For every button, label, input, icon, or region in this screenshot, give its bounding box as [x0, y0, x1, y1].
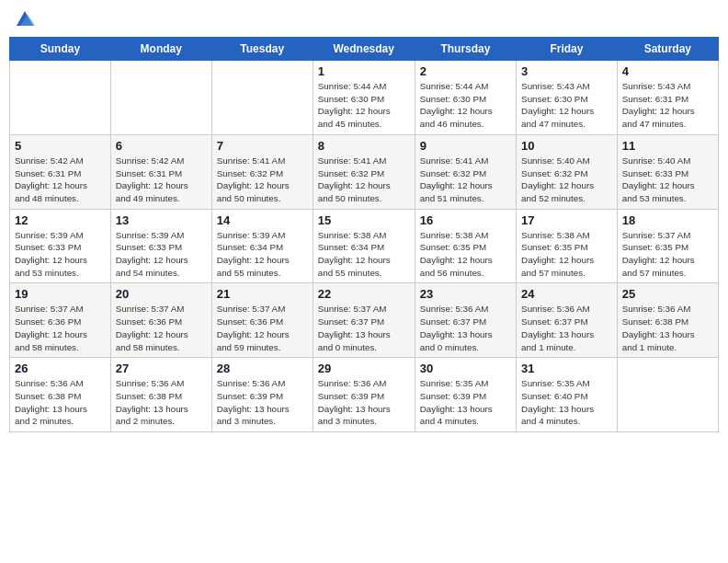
- calendar-cell: 29Sunrise: 5:36 AMSunset: 6:39 PMDayligh…: [313, 358, 415, 432]
- calendar-cell: 9Sunrise: 5:41 AMSunset: 6:32 PMDaylight…: [415, 134, 516, 209]
- calendar-cell: 17Sunrise: 5:38 AMSunset: 6:35 PMDayligh…: [517, 209, 618, 283]
- calendar-cell: 7Sunrise: 5:41 AMSunset: 6:32 PMDaylight…: [211, 134, 313, 209]
- calendar-table: SundayMondayTuesdayWednesdayThursdayFrid…: [9, 37, 719, 432]
- cell-daylight-info: Sunrise: 5:36 AMSunset: 6:38 PMDaylight:…: [116, 377, 207, 428]
- calendar-cell: 11Sunrise: 5:40 AMSunset: 6:33 PMDayligh…: [617, 134, 718, 209]
- cell-date-number: 8: [318, 139, 410, 153]
- weekday-header-thursday: Thursday: [415, 38, 516, 61]
- calendar-cell: 21Sunrise: 5:37 AMSunset: 6:36 PMDayligh…: [211, 283, 313, 358]
- calendar-cell: 28Sunrise: 5:36 AMSunset: 6:39 PMDayligh…: [211, 358, 313, 432]
- cell-daylight-info: Sunrise: 5:38 AMSunset: 6:34 PMDaylight:…: [318, 229, 410, 280]
- cell-date-number: 10: [521, 139, 612, 153]
- calendar-week-row: 19Sunrise: 5:37 AMSunset: 6:36 PMDayligh…: [10, 283, 719, 358]
- calendar-cell: 26Sunrise: 5:36 AMSunset: 6:38 PMDayligh…: [10, 358, 111, 432]
- cell-date-number: 31: [521, 362, 612, 375]
- logo: [13, 9, 35, 29]
- cell-date-number: 11: [622, 139, 713, 153]
- cell-date-number: 21: [217, 287, 308, 301]
- cell-daylight-info: Sunrise: 5:43 AMSunset: 6:30 PMDaylight:…: [521, 80, 612, 131]
- calendar-cell: 1Sunrise: 5:44 AMSunset: 6:30 PMDaylight…: [313, 61, 415, 135]
- weekday-header-row: SundayMondayTuesdayWednesdayThursdayFrid…: [10, 38, 719, 61]
- cell-daylight-info: Sunrise: 5:40 AMSunset: 6:33 PMDaylight:…: [622, 155, 713, 205]
- calendar-cell: 22Sunrise: 5:37 AMSunset: 6:37 PMDayligh…: [313, 283, 415, 358]
- calendar-week-row: 1Sunrise: 5:44 AMSunset: 6:30 PMDaylight…: [10, 61, 719, 135]
- cell-date-number: 17: [521, 213, 612, 227]
- calendar-cell: 15Sunrise: 5:38 AMSunset: 6:34 PMDayligh…: [313, 209, 415, 283]
- calendar-cell: 10Sunrise: 5:40 AMSunset: 6:32 PMDayligh…: [517, 134, 618, 209]
- cell-daylight-info: Sunrise: 5:41 AMSunset: 6:32 PMDaylight:…: [318, 155, 410, 205]
- cell-date-number: 2: [420, 64, 511, 78]
- calendar-cell: 19Sunrise: 5:37 AMSunset: 6:36 PMDayligh…: [10, 283, 111, 358]
- cell-daylight-info: Sunrise: 5:41 AMSunset: 6:32 PMDaylight:…: [420, 155, 511, 205]
- calendar-week-row: 12Sunrise: 5:39 AMSunset: 6:33 PMDayligh…: [10, 209, 719, 283]
- cell-date-number: 6: [116, 139, 207, 153]
- cell-date-number: 15: [318, 213, 410, 227]
- page-header: [9, 9, 719, 29]
- cell-daylight-info: Sunrise: 5:38 AMSunset: 6:35 PMDaylight:…: [521, 229, 612, 280]
- weekday-header-tuesday: Tuesday: [211, 38, 313, 61]
- cell-date-number: 23: [420, 287, 511, 301]
- calendar-cell: 20Sunrise: 5:37 AMSunset: 6:36 PMDayligh…: [110, 283, 211, 358]
- calendar-week-row: 5Sunrise: 5:42 AMSunset: 6:31 PMDaylight…: [10, 134, 719, 209]
- cell-date-number: 19: [15, 287, 106, 301]
- cell-date-number: 18: [622, 213, 713, 227]
- cell-date-number: 20: [116, 287, 207, 301]
- cell-date-number: 25: [622, 287, 713, 301]
- calendar-cell: 8Sunrise: 5:41 AMSunset: 6:32 PMDaylight…: [313, 134, 415, 209]
- calendar-cell: 14Sunrise: 5:39 AMSunset: 6:34 PMDayligh…: [211, 209, 313, 283]
- cell-daylight-info: Sunrise: 5:40 AMSunset: 6:32 PMDaylight:…: [521, 155, 612, 205]
- cell-daylight-info: Sunrise: 5:37 AMSunset: 6:37 PMDaylight:…: [318, 303, 410, 353]
- calendar-cell: [110, 61, 211, 135]
- cell-daylight-info: Sunrise: 5:37 AMSunset: 6:36 PMDaylight:…: [217, 303, 308, 353]
- cell-date-number: 27: [116, 362, 207, 375]
- weekday-header-saturday: Saturday: [617, 38, 718, 61]
- cell-daylight-info: Sunrise: 5:39 AMSunset: 6:34 PMDaylight:…: [217, 229, 308, 280]
- cell-date-number: 4: [622, 64, 713, 78]
- cell-date-number: 29: [318, 362, 410, 375]
- cell-date-number: 16: [420, 213, 511, 227]
- cell-date-number: 28: [217, 362, 308, 375]
- calendar-week-row: 26Sunrise: 5:36 AMSunset: 6:38 PMDayligh…: [10, 358, 719, 432]
- calendar-cell: 12Sunrise: 5:39 AMSunset: 6:33 PMDayligh…: [10, 209, 111, 283]
- calendar-cell: 31Sunrise: 5:35 AMSunset: 6:40 PMDayligh…: [517, 358, 618, 432]
- calendar-cell: 25Sunrise: 5:36 AMSunset: 6:38 PMDayligh…: [617, 283, 718, 358]
- calendar-cell: 24Sunrise: 5:36 AMSunset: 6:37 PMDayligh…: [517, 283, 618, 358]
- cell-daylight-info: Sunrise: 5:39 AMSunset: 6:33 PMDaylight:…: [116, 229, 207, 280]
- cell-date-number: 13: [116, 213, 207, 227]
- calendar-cell: 30Sunrise: 5:35 AMSunset: 6:39 PMDayligh…: [415, 358, 516, 432]
- cell-date-number: 9: [420, 139, 511, 153]
- cell-daylight-info: Sunrise: 5:37 AMSunset: 6:35 PMDaylight:…: [622, 229, 713, 280]
- cell-date-number: 12: [15, 213, 106, 227]
- cell-daylight-info: Sunrise: 5:36 AMSunset: 6:38 PMDaylight:…: [15, 377, 106, 428]
- cell-date-number: 1: [318, 64, 410, 78]
- cell-daylight-info: Sunrise: 5:44 AMSunset: 6:30 PMDaylight:…: [420, 80, 511, 131]
- cell-daylight-info: Sunrise: 5:37 AMSunset: 6:36 PMDaylight:…: [116, 303, 207, 353]
- cell-date-number: 14: [217, 213, 308, 227]
- cell-date-number: 3: [521, 64, 612, 78]
- cell-daylight-info: Sunrise: 5:37 AMSunset: 6:36 PMDaylight:…: [15, 303, 106, 353]
- weekday-header-wednesday: Wednesday: [313, 38, 415, 61]
- calendar-cell: 18Sunrise: 5:37 AMSunset: 6:35 PMDayligh…: [617, 209, 718, 283]
- calendar-cell: 16Sunrise: 5:38 AMSunset: 6:35 PMDayligh…: [415, 209, 516, 283]
- cell-daylight-info: Sunrise: 5:35 AMSunset: 6:40 PMDaylight:…: [521, 377, 612, 428]
- cell-date-number: 30: [420, 362, 511, 375]
- cell-daylight-info: Sunrise: 5:36 AMSunset: 6:39 PMDaylight:…: [217, 377, 308, 428]
- cell-daylight-info: Sunrise: 5:35 AMSunset: 6:39 PMDaylight:…: [420, 377, 511, 428]
- calendar-cell: 5Sunrise: 5:42 AMSunset: 6:31 PMDaylight…: [10, 134, 111, 209]
- calendar-cell: 27Sunrise: 5:36 AMSunset: 6:38 PMDayligh…: [110, 358, 211, 432]
- cell-daylight-info: Sunrise: 5:36 AMSunset: 6:37 PMDaylight:…: [420, 303, 511, 353]
- cell-daylight-info: Sunrise: 5:43 AMSunset: 6:31 PMDaylight:…: [622, 80, 713, 131]
- cell-date-number: 24: [521, 287, 612, 301]
- weekday-header-sunday: Sunday: [10, 38, 111, 61]
- weekday-header-monday: Monday: [110, 38, 211, 61]
- cell-daylight-info: Sunrise: 5:39 AMSunset: 6:33 PMDaylight:…: [15, 229, 106, 280]
- cell-daylight-info: Sunrise: 5:36 AMSunset: 6:39 PMDaylight:…: [318, 377, 410, 428]
- calendar-cell: 4Sunrise: 5:43 AMSunset: 6:31 PMDaylight…: [617, 61, 718, 135]
- cell-daylight-info: Sunrise: 5:42 AMSunset: 6:31 PMDaylight:…: [116, 155, 207, 205]
- cell-daylight-info: Sunrise: 5:44 AMSunset: 6:30 PMDaylight:…: [318, 80, 410, 131]
- calendar-cell: 6Sunrise: 5:42 AMSunset: 6:31 PMDaylight…: [110, 134, 211, 209]
- calendar-cell: 23Sunrise: 5:36 AMSunset: 6:37 PMDayligh…: [415, 283, 516, 358]
- cell-date-number: 22: [318, 287, 410, 301]
- cell-date-number: 7: [217, 139, 308, 153]
- calendar-cell: 13Sunrise: 5:39 AMSunset: 6:33 PMDayligh…: [110, 209, 211, 283]
